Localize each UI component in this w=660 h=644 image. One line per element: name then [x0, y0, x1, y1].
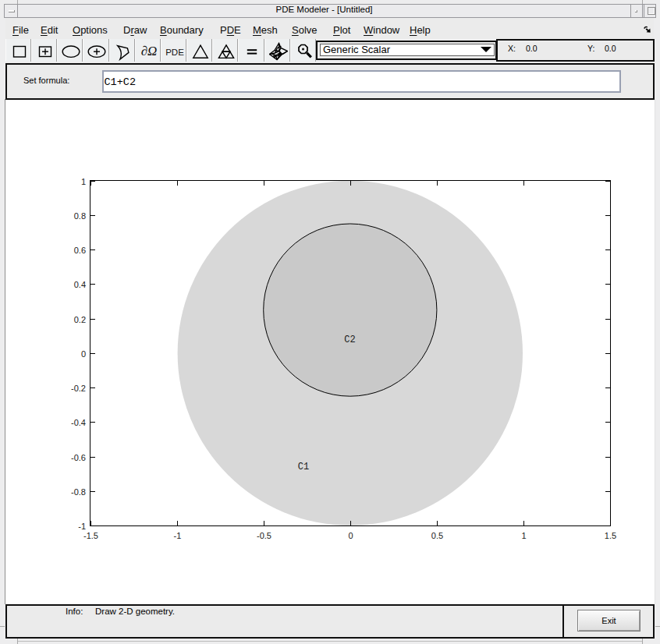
- svg-text:-0.6: -0.6: [71, 453, 86, 462]
- svg-text:-0.2: -0.2: [71, 384, 86, 393]
- svg-text:C1: C1: [298, 462, 309, 472]
- svg-text:-1: -1: [78, 522, 86, 531]
- svg-text:0.6: 0.6: [74, 246, 86, 255]
- svg-text:0.2: 0.2: [74, 315, 86, 324]
- svg-text:0.4: 0.4: [74, 280, 86, 289]
- svg-text:1.5: 1.5: [605, 531, 616, 540]
- svg-text:-0.4: -0.4: [71, 418, 86, 427]
- svg-text:C2: C2: [344, 334, 355, 345]
- svg-text:-1.5: -1.5: [83, 531, 98, 540]
- svg-text:0.5: 0.5: [431, 531, 443, 540]
- svg-text:0.8: 0.8: [74, 211, 86, 221]
- svg-text:1: 1: [81, 177, 86, 186]
- svg-text:-0.5: -0.5: [257, 531, 271, 540]
- svg-text:0: 0: [81, 349, 86, 359]
- svg-text:-0.8: -0.8: [71, 487, 86, 497]
- svg-text:1: 1: [521, 531, 526, 540]
- svg-text:0: 0: [348, 531, 353, 540]
- svg-text:-1: -1: [174, 531, 182, 540]
